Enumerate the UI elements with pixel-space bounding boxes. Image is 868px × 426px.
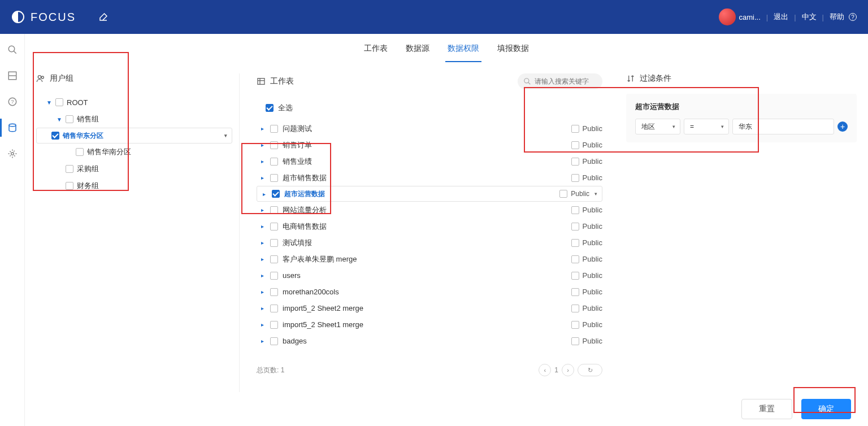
worksheet-row[interactable]: ▸badgesPublic [257, 333, 602, 349]
worksheet-checkbox[interactable] [270, 321, 278, 329]
caret-icon[interactable]: ▸ [261, 158, 267, 164]
tree-checkbox[interactable] [66, 165, 73, 173]
public-toggle[interactable]: Public [571, 271, 602, 280]
public-toggle[interactable]: Public [571, 124, 602, 133]
worksheet-row[interactable]: ▸import5_2 Sheet2 mergePublic [257, 300, 602, 316]
caret-icon[interactable]: ▸ [261, 321, 267, 328]
tree-checkbox[interactable] [66, 115, 73, 123]
caret-icon[interactable]: ▸ [261, 175, 267, 181]
public-toggle[interactable]: Public [571, 206, 602, 214]
lang-link[interactable]: 中文 [802, 12, 817, 22]
worksheet-checkbox[interactable] [270, 174, 278, 182]
worksheet-row[interactable]: ▸测试填报Public [257, 234, 602, 251]
worksheet-checkbox[interactable] [270, 288, 278, 296]
caret-icon[interactable]: ▸ [261, 142, 267, 148]
public-toggle[interactable]: Public [571, 173, 602, 182]
public-toggle[interactable]: Public [571, 255, 602, 263]
caret-icon[interactable]: ▸ [261, 223, 267, 229]
reset-button[interactable]: 重置 [741, 399, 792, 419]
tree-node[interactable]: ▼销售组 [36, 111, 232, 128]
nav-data-icon[interactable] [7, 122, 18, 133]
caret-icon[interactable]: ▼ [57, 116, 62, 123]
tree-node[interactable]: ▶采购组 [36, 160, 232, 177]
logout-link[interactable]: 退出 [774, 12, 788, 22]
public-toggle[interactable]: Public [559, 190, 589, 198]
public-checkbox[interactable] [571, 223, 579, 231]
caret-icon[interactable]: ▸ [261, 240, 267, 246]
tab-fillreport[interactable]: 填报数据 [495, 34, 531, 62]
user-name[interactable]: cami... [739, 13, 761, 21]
tree-checkbox[interactable] [66, 182, 73, 190]
caret-icon[interactable]: ▸ [261, 256, 267, 262]
tree-node[interactable]: ▶销售华东分区 [36, 128, 232, 144]
public-checkbox[interactable] [571, 272, 579, 280]
tab-worksheets[interactable]: 工作表 [362, 34, 390, 62]
prev-page-button[interactable]: ‹ [539, 364, 551, 376]
caret-icon[interactable]: ▸ [263, 191, 268, 197]
worksheet-row[interactable]: ▸销售业绩Public [257, 153, 602, 169]
help-icon[interactable]: ? [849, 13, 857, 21]
caret-icon[interactable]: ▸ [261, 305, 267, 311]
edit-icon[interactable] [98, 12, 108, 22]
public-checkbox[interactable] [571, 174, 579, 182]
tree-checkbox[interactable] [51, 132, 59, 140]
filter-field-select[interactable]: 地区 [635, 119, 680, 134]
caret-icon[interactable]: ▸ [261, 125, 267, 132]
public-checkbox[interactable] [571, 337, 579, 345]
filter-op-select[interactable]: = [684, 119, 729, 134]
worksheet-row[interactable]: ▸usersPublic [257, 267, 602, 284]
worksheet-checkbox[interactable] [272, 190, 280, 198]
tree-node[interactable]: ▼ROOT [36, 94, 232, 111]
tab-datasource[interactable]: 数据源 [403, 34, 432, 62]
public-checkbox[interactable] [571, 239, 579, 247]
caret-icon[interactable]: ▸ [261, 207, 267, 213]
worksheet-checkbox[interactable] [270, 255, 278, 263]
worksheet-row[interactable]: ▸电商销售数据Public [257, 218, 602, 234]
public-toggle[interactable]: Public [571, 304, 602, 312]
worksheet-checkbox[interactable] [270, 223, 278, 231]
worksheet-row[interactable]: ▸morethan200colsPublic [257, 284, 602, 300]
confirm-button[interactable]: 确定 [801, 399, 851, 419]
tab-datapermission[interactable]: 数据权限 [445, 34, 481, 62]
public-checkbox[interactable] [571, 206, 579, 214]
worksheet-row[interactable]: ▸import5_2 Sheet1 mergePublic [257, 316, 602, 333]
nav-settings-icon[interactable] [7, 148, 18, 159]
avatar[interactable] [719, 8, 736, 25]
worksheet-checkbox[interactable] [270, 158, 278, 166]
worksheet-checkbox[interactable] [270, 305, 278, 312]
select-all-row[interactable]: 全选 [266, 99, 602, 116]
filter-value-input[interactable]: 华东 [732, 119, 834, 134]
nav-dashboard-icon[interactable] [7, 70, 18, 81]
nav-search-icon[interactable] [7, 44, 18, 55]
worksheet-row[interactable]: ▸客户表单朱昱鹏 mergePublic [257, 251, 602, 267]
help-link[interactable]: 帮助 [830, 12, 844, 22]
public-toggle[interactable]: Public [571, 157, 602, 166]
caret-icon[interactable]: ▸ [261, 272, 267, 279]
worksheet-checkbox[interactable] [270, 337, 278, 345]
public-checkbox[interactable] [571, 288, 579, 296]
public-toggle[interactable]: Public [571, 141, 602, 149]
select-all-checkbox[interactable] [266, 104, 274, 112]
nav-question-icon[interactable]: ? [7, 96, 18, 107]
public-checkbox[interactable] [571, 305, 579, 312]
public-toggle[interactable]: Public [571, 337, 602, 345]
worksheet-row[interactable]: ▸超市销售数据Public [257, 169, 602, 186]
public-checkbox[interactable] [571, 158, 579, 166]
worksheet-row[interactable]: ▸超市运营数据Public [257, 186, 602, 202]
next-page-button[interactable]: › [562, 364, 574, 376]
public-checkbox[interactable] [571, 125, 579, 133]
public-toggle[interactable]: Public [571, 320, 602, 329]
worksheet-row[interactable]: ▸销售订单Public [257, 137, 602, 153]
public-checkbox[interactable] [571, 255, 579, 263]
tree-node[interactable]: ▶销售华南分区 [36, 144, 232, 160]
worksheet-checkbox[interactable] [270, 141, 278, 149]
public-checkbox[interactable] [571, 321, 579, 329]
caret-icon[interactable]: ▸ [261, 289, 267, 295]
tree-node[interactable]: ▶财务组 [36, 177, 232, 194]
refresh-button[interactable]: ↻ [578, 364, 602, 376]
tree-checkbox[interactable] [55, 98, 63, 106]
public-toggle[interactable]: Public [571, 288, 602, 296]
worksheet-checkbox[interactable] [270, 239, 278, 247]
public-toggle[interactable]: Public [571, 238, 602, 247]
worksheet-row[interactable]: ▸网站流量分析Public [257, 202, 602, 218]
